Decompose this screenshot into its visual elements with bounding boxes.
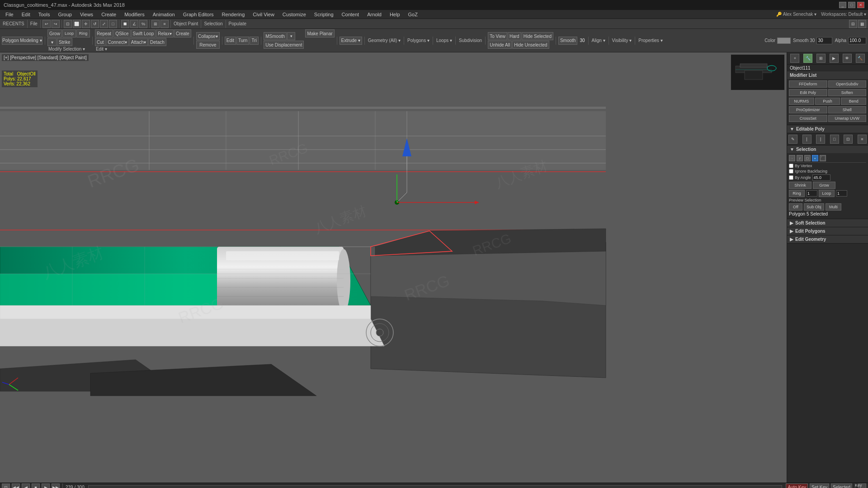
timeline-stop[interactable]: ■ xyxy=(32,483,40,488)
polygon-mode[interactable]: ▪ xyxy=(812,155,818,161)
menu-rendering[interactable]: Rendering xyxy=(218,11,249,18)
edge-mode[interactable]: / xyxy=(797,155,803,161)
menu-scripting[interactable]: Scripting xyxy=(311,11,337,18)
strike-button[interactable]: Strike xyxy=(57,38,72,46)
user-account[interactable]: 🔑 Alex Senechak ▾ xyxy=(776,12,816,17)
loop-button[interactable]: Loop xyxy=(62,29,76,38)
panel-icon-6[interactable]: ≡ xyxy=(858,135,867,144)
color-swatch[interactable] xyxy=(777,38,791,44)
vertex-mode[interactable]: · xyxy=(789,155,795,161)
mini-preview[interactable] xyxy=(731,54,785,90)
selected-button[interactable]: Selected xyxy=(831,483,852,488)
editable-poly-header[interactable]: ▼ Editable Poly xyxy=(787,125,868,133)
to-view-button[interactable]: To View xyxy=(488,32,507,40)
undo-button[interactable]: ↩ xyxy=(42,20,51,28)
menu-create[interactable]: Create xyxy=(98,11,120,18)
timeline-next[interactable]: ▶▶ xyxy=(52,483,60,488)
timeline-track[interactable] xyxy=(88,485,783,488)
tri-button[interactable]: Tri xyxy=(250,37,259,45)
grow-sel-button[interactable]: Grow xyxy=(813,182,835,189)
edit-polygons-header[interactable]: ▶ Edit Polygons xyxy=(787,227,868,235)
turn-button[interactable]: Turn xyxy=(236,37,249,45)
display-icon[interactable]: 👁 xyxy=(843,54,852,63)
prooptimizer-button[interactable]: ProOptimizer xyxy=(789,106,827,113)
viewport[interactable]: [+] [Perspective] [Standard] [Object Pai… xyxy=(0,52,787,483)
push-button[interactable]: Push xyxy=(815,98,840,105)
angle-snap[interactable]: ∠ xyxy=(130,20,138,28)
by-vertex-checkbox[interactable] xyxy=(789,164,793,168)
off-button[interactable]: Off xyxy=(789,203,802,211)
scale-tool[interactable]: ⤢ xyxy=(100,20,108,28)
by-angle-input[interactable] xyxy=(812,174,830,181)
select-tool[interactable]: ⊡ xyxy=(64,20,72,28)
panel-icon-3[interactable]: | xyxy=(816,135,825,144)
create-icon[interactable]: + xyxy=(790,54,799,63)
unhide-all-button[interactable]: Unhide All xyxy=(488,41,512,49)
menu-arnold[interactable]: Arnold xyxy=(363,11,385,18)
menu-animation[interactable]: Animation xyxy=(149,11,179,18)
edit-geometry-header[interactable]: ▶ Edit Geometry xyxy=(787,235,868,243)
use-displacement-button[interactable]: Use Displacement xyxy=(264,41,304,49)
opensubdiv-button[interactable]: OpenSubdiv xyxy=(828,80,867,88)
ignore-backfacing-checkbox[interactable] xyxy=(789,169,793,174)
hide-unselected-button[interactable]: Hide Unselected xyxy=(512,41,549,49)
create-button[interactable]: Create xyxy=(174,29,191,38)
menu-graph-editors[interactable]: Graph Editors xyxy=(179,11,217,18)
ribbon-toggle[interactable]: ▦ xyxy=(858,20,866,28)
ffdeform-button[interactable]: FFDeform xyxy=(789,80,827,88)
key-filters-button[interactable]: Key Filters... xyxy=(858,483,866,488)
hard-button[interactable]: Hard xyxy=(508,32,521,40)
msmooth-options[interactable]: ▾ xyxy=(287,32,295,40)
unwrap-uvw-button[interactable]: Unwrap UVW xyxy=(828,115,867,122)
panel-icon-5[interactable]: ⊡ xyxy=(844,135,853,144)
multi-button[interactable]: Multi xyxy=(826,203,841,211)
connect-button[interactable]: Connect▾ xyxy=(106,38,128,46)
menu-content[interactable]: Content xyxy=(338,11,363,18)
edit-poly-button[interactable]: Edit Poly xyxy=(789,89,827,96)
soft-selection-header[interactable]: ▶ Soft Selection xyxy=(787,219,868,227)
ring-sel-button[interactable]: Ring xyxy=(789,190,805,197)
edit-btn2[interactable]: Edit xyxy=(225,37,236,45)
menu-modifiers[interactable]: Modifiers xyxy=(121,11,148,18)
rotate-tool[interactable]: ↺ xyxy=(91,20,99,28)
utilities-icon[interactable]: 🔨 xyxy=(856,54,865,63)
soften-button[interactable]: Soften xyxy=(828,89,867,96)
menu-edit[interactable]: Edit xyxy=(18,11,34,18)
extrude-button[interactable]: Extrude ▾ xyxy=(340,37,362,45)
timeline-play-back[interactable]: ◀ xyxy=(22,483,30,488)
smooth30-input[interactable] xyxy=(816,37,832,44)
menu-customize[interactable]: Customize xyxy=(279,11,310,18)
panel-icon-4[interactable]: □ xyxy=(830,135,839,144)
workspace[interactable]: Workspaces: Default ▾ xyxy=(821,12,866,17)
swift-loop-button[interactable]: Swift Loop xyxy=(131,29,156,38)
repeat-button[interactable]: Repeat xyxy=(95,29,113,38)
close-button[interactable]: ✕ xyxy=(857,2,864,8)
snap-toggle[interactable]: 🔲 xyxy=(121,20,129,28)
menu-views[interactable]: Views xyxy=(76,11,97,18)
element-mode[interactable]: ⬛ xyxy=(820,155,826,161)
nurms-button[interactable]: NURMS xyxy=(789,98,814,105)
subobj-button[interactable]: Sub Obj xyxy=(804,203,824,211)
by-angle-checkbox[interactable] xyxy=(789,175,793,180)
detach-button[interactable]: Detach xyxy=(148,38,166,46)
modify-icon[interactable]: 🔧 xyxy=(803,54,812,63)
selection-header[interactable]: ▼ Selection xyxy=(787,145,868,153)
align-tool[interactable]: ≡ xyxy=(160,20,169,28)
mirror-tool[interactable]: ⊞ xyxy=(151,20,160,28)
maximize-button[interactable]: □ xyxy=(848,2,855,8)
menu-help[interactable]: Help xyxy=(386,11,404,18)
select-region[interactable]: ⬜ xyxy=(73,20,81,28)
cut-button[interactable]: Cut xyxy=(95,38,106,46)
msmooth-button[interactable]: MSmooth xyxy=(264,32,287,40)
ring-button[interactable]: Ring xyxy=(76,29,90,38)
set-key-button[interactable]: Set Key xyxy=(810,483,829,488)
ring-input[interactable] xyxy=(806,190,817,197)
relax-button[interactable]: Relax▾ xyxy=(156,29,174,38)
menu-goz[interactable]: GoZ xyxy=(405,11,421,18)
motion-icon[interactable]: ▶ xyxy=(830,54,839,63)
layer-button[interactable]: ⊟ xyxy=(849,20,857,28)
timeline-play[interactable]: ▶ xyxy=(42,483,50,488)
remove-button[interactable]: Remove xyxy=(196,41,220,49)
alpha-input[interactable] xyxy=(848,37,866,44)
bend-button[interactable]: Bend xyxy=(841,98,866,105)
